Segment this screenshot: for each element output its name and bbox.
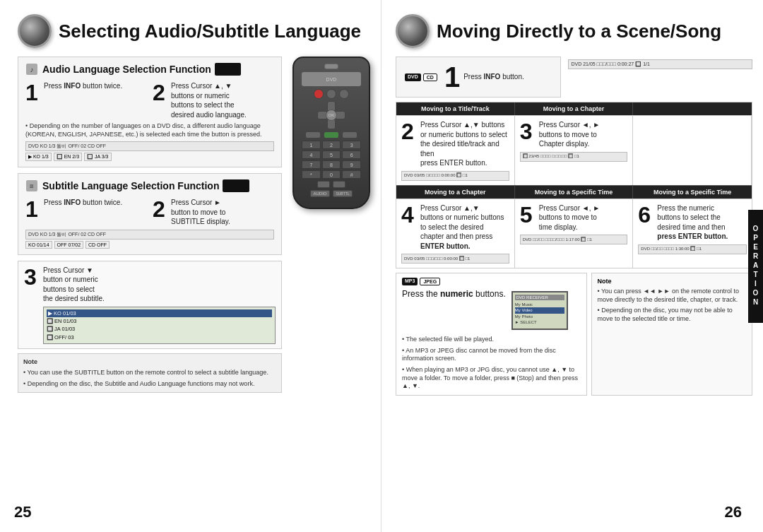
svg-text:≡: ≡ xyxy=(30,182,34,190)
subtitle-section: ≡ Subtitle Language Selection Function D… xyxy=(18,173,282,255)
remote-transport xyxy=(298,131,365,138)
remote-num-8[interactable]: 8 xyxy=(322,160,341,169)
remote-num-hash[interactable]: # xyxy=(342,170,361,179)
mp3-screen-mockup: DVD RECEIVER My Music My Video My Photo … xyxy=(511,288,568,333)
grid-step5-cell: 5 Press Cursor ◄, ► buttons to move to t… xyxy=(515,199,634,268)
mp3-bullet3: When playing an MP3 or JPG disc, you can… xyxy=(402,366,581,391)
subtitle-steps-row: 1 Press INFO button twice. 2 Press Curso… xyxy=(25,198,274,227)
grid-step4-num: 4 xyxy=(401,203,417,226)
audio-status1: DVD KO 1/3 돌비 OFF/ 02 CD OFF xyxy=(25,141,274,151)
audio-step1-text: Press INFO button twice. xyxy=(44,81,122,91)
remote-num-6[interactable]: 6 xyxy=(342,150,361,159)
remote-menu[interactable] xyxy=(317,181,330,188)
col1-header: Moving to a Title/Track xyxy=(396,102,515,115)
remote-btn-2[interactable] xyxy=(326,89,336,99)
right-step1-box: DVD CD 1 Press INFO button. xyxy=(396,57,561,97)
dvd-badge: DVD xyxy=(405,73,421,81)
remote-emitter xyxy=(324,64,338,69)
subtitle-step2-text: Press Cursor ► button to move to SUBTITL… xyxy=(171,198,230,227)
remote-bottom-btns xyxy=(298,181,365,188)
remote-btn-1[interactable] xyxy=(314,89,324,99)
grid-step4-status: DVD 03/05 □□□/□□□ 0:00:00 🔲 □1 xyxy=(401,254,509,264)
right-page: Moving Directly to a Scene/Song DVD CD 1… xyxy=(382,0,763,532)
row2-col2-header: Moving to a Specific Time xyxy=(515,185,634,199)
subtitle-section-title: ≡ Subtitle Language Selection Function D… xyxy=(25,179,274,192)
subtitle-step3-area: 3 Press Cursor ▼ button or numeric butto… xyxy=(18,261,282,349)
left-title-icon xyxy=(18,14,52,48)
remote-prev[interactable] xyxy=(305,131,321,138)
left-note-bullet1: You can use the SUBTITLE button on the r… xyxy=(23,369,276,377)
mp3-bullet1: The selected file will be played. xyxy=(402,336,581,344)
remote-dpad-down[interactable] xyxy=(327,119,336,129)
right-badges: DVD CD xyxy=(405,73,437,81)
right-note-box: Note You can press ◄◄ ►► on the remote c… xyxy=(591,273,752,396)
subtitle-status-items: KO 01/14 OFF 07/02 CD OFF xyxy=(25,241,274,249)
remote-btn-3[interactable] xyxy=(339,89,349,99)
remote-num-7[interactable]: 7 xyxy=(302,160,321,169)
remote-dpad-center[interactable]: OK xyxy=(326,110,337,121)
remote-num-2[interactable]: 2 xyxy=(322,141,341,149)
right-step1-text: Press INFO button. xyxy=(463,72,524,82)
left-page-number: 25 xyxy=(14,503,31,521)
audio-section-title: ♪ Audio Language Selection Function DVD xyxy=(25,63,274,76)
col2-header: Moving to a Chapter xyxy=(515,102,634,115)
remote-num-3[interactable]: 3 xyxy=(342,141,361,149)
remote-dpad-right[interactable] xyxy=(336,111,345,119)
subtitle-step2: 2 Press Cursor ► button to move to SUBTI… xyxy=(153,198,274,227)
subtitle-status1: DVD KO 1/3 돌비 OFF/ 02 CD OFF xyxy=(25,230,274,240)
remote-extra-btns: AUDIO SUBTTL xyxy=(298,190,365,197)
audio-section: ♪ Audio Language Selection Function DVD … xyxy=(18,57,282,167)
remote-control: DVD OK 1 xyxy=(292,57,377,209)
remote-top-btns xyxy=(298,89,365,99)
remote-num-0[interactable]: 0 xyxy=(322,170,341,179)
subtitle-step1: 1 Press INFO button twice. xyxy=(25,198,147,227)
subtitle-step2-num: 2 xyxy=(153,198,168,220)
mp3-section: MP3 JPEG Press the numeric buttons. DVD … xyxy=(396,273,587,396)
audio-note: Depending on the number of languages on … xyxy=(25,122,274,138)
right-title-area: Moving Directly to a Scene/Song xyxy=(396,14,752,48)
cd-badge: CD xyxy=(423,73,437,81)
grid-step3-status: 🔲 23/45 □□□□ □:□□:□□ 🔲 □1 xyxy=(520,152,628,162)
subtitle-step3-num: 3 xyxy=(24,266,40,288)
grid-step5-text: Press Cursor ◄, ► buttons to move to tim… xyxy=(539,203,600,232)
bottom-row: MP3 JPEG Press the numeric buttons. DVD … xyxy=(396,273,752,396)
audio-step2-text: Press Cursor ▲, ▼ buttons or numeric but… xyxy=(171,81,247,119)
remote-body: DVD OK 1 xyxy=(292,57,370,209)
remote-num-star[interactable]: * xyxy=(302,170,321,179)
grid-step2-text: Press Cursor ▲,▼ buttons or numeric butt… xyxy=(420,120,509,168)
remote-numpad: 1 2 3 4 5 6 7 8 9 * 0 # xyxy=(302,141,361,179)
right-page-number: 26 xyxy=(725,503,742,521)
remote-audio[interactable]: AUDIO xyxy=(310,190,330,197)
remote-info[interactable] xyxy=(333,181,345,188)
grid-step4-cell: 4 Press Cursor ▲,▼ buttons or numeric bu… xyxy=(396,199,515,268)
audio-dvd-badge: DVD xyxy=(215,63,242,76)
grid-step3-cell: 3 Press Cursor ◄, ► buttons to move to C… xyxy=(515,115,634,185)
right-page-title: Moving Directly to a Scene/Song xyxy=(437,21,721,42)
remote-screen: DVD xyxy=(302,72,361,86)
remote-subtitle[interactable]: SUBTTL xyxy=(333,190,353,197)
remote-next[interactable] xyxy=(342,131,357,138)
audio-steps-row: 1 Press INFO button twice. 2 Press Curso… xyxy=(25,81,274,119)
remote-play[interactable] xyxy=(324,131,339,138)
left-main-content: ♪ Audio Language Selection Function DVD … xyxy=(18,57,282,393)
left-note-bullet2: Depending on the disc, the Subtitle and … xyxy=(23,380,276,389)
left-title-area: Selecting Audio/Subtitle Language xyxy=(18,14,370,48)
subtitle-icon: ≡ xyxy=(25,179,38,192)
grid-step2-num: 2 xyxy=(401,120,417,143)
mp3-bullets: The selected file will be played. An MP3… xyxy=(402,336,581,391)
mp3-label: Press the numeric buttons. xyxy=(402,288,506,300)
remote-num-4[interactable]: 4 xyxy=(302,150,321,159)
remote-num-1[interactable]: 1 xyxy=(302,141,321,149)
remote-dpad: OK xyxy=(317,101,345,129)
mp3-badges: MP3 JPEG xyxy=(402,278,581,285)
grid-step6-text: Press the numeric buttons to select the … xyxy=(657,203,728,242)
row2-col3-header: Moving to a Specific Time xyxy=(633,185,752,199)
grid-step6-status: DVD □□/□□ □□□□ 1:30:00 🔲 □1 xyxy=(638,244,747,254)
remote-num-9[interactable]: 9 xyxy=(342,160,361,169)
grid-step5-status: DVD □□/□□ □□□□/□□□ 1:17:00 🔲 □1 xyxy=(520,235,628,244)
right-step1-status: DVD 21/05 □□□/□□□ 0:00:27 🔲 1/1 xyxy=(568,59,752,69)
grid-step3-num: 3 xyxy=(520,120,536,143)
remote-num-5[interactable]: 5 xyxy=(322,150,341,159)
jpeg-badge: JPEG xyxy=(420,278,440,285)
right-note-title: Note xyxy=(598,278,746,285)
